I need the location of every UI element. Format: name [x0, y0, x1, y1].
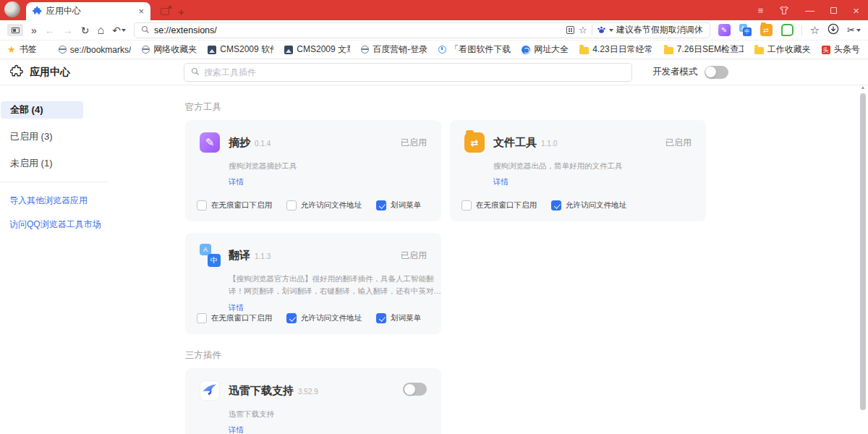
chevron-down-icon — [856, 29, 861, 32]
checkbox[interactable] — [376, 313, 386, 323]
bookmark-item[interactable]: 网址大全 — [522, 43, 569, 56]
option-incognito[interactable]: 在无痕窗口下启用 — [197, 313, 272, 323]
checkbox[interactable] — [376, 200, 386, 210]
search-input[interactable] — [204, 67, 625, 77]
skin-icon[interactable] — [779, 6, 789, 15]
puzzle-outline-icon — [10, 64, 23, 80]
extensions-chevrons-icon[interactable]: » — [31, 25, 37, 35]
bookmark-item[interactable]: CMS2009 软件管 — [208, 43, 273, 56]
bookmark-item[interactable]: se://bookmarks/ — [59, 45, 132, 55]
zhaichao-extension-icon[interactable]: ✎ — [718, 24, 731, 36]
reload-icon[interactable]: ↻ — [81, 25, 90, 35]
extension-description: 【搜狗浏览器官方出品】很好用的翻译插件，具备人工智能翻译！网页翻译，划词翻译，右… — [229, 273, 443, 298]
filter-enabled[interactable]: 已启用 (3) — [1, 128, 83, 145]
forward-icon[interactable]: → — [63, 25, 73, 35]
bookmark-item[interactable]: 百度营销-登录 — [361, 43, 427, 56]
checkbox[interactable] — [197, 313, 207, 323]
back-icon[interactable]: ← — [45, 25, 55, 35]
add-bookmark-star-icon[interactable]: ☆ — [579, 25, 587, 35]
enable-toggle[interactable] — [403, 383, 427, 396]
download-icon[interactable] — [827, 23, 839, 38]
option-word-menu[interactable]: 划词菜单 — [376, 200, 421, 210]
extension-name: 翻译 — [229, 249, 250, 263]
extension-card-translate: 翻译 1.1.3 已启用 【搜狗浏览器官方出品】很好用的翻译插件，具备人工智能翻… — [185, 233, 441, 334]
bookmark-item[interactable]: 「看图软件下载排 — [438, 43, 511, 56]
filter-all[interactable]: 全部 (4) — [1, 101, 83, 119]
file-tools-app-icon: ⇄ — [464, 132, 485, 153]
recently-closed-icon[interactable]: ↶ — [112, 25, 126, 35]
option-word-menu[interactable]: 划词菜单 — [376, 313, 421, 323]
official-tools-grid: ✎ 摘抄 0.1.4 已启用 搜狗浏览器摘抄工具 详情 在无痕窗口下启用 允许访… — [185, 120, 709, 334]
scroll-up-icon[interactable]: ▲ — [859, 83, 867, 92]
developer-mode-label: 开发者模式 — [652, 66, 698, 78]
filter-disabled[interactable]: 未启用 (1) — [1, 155, 83, 172]
sidebar: 全部 (4) 已启用 (3) 未启用 (1) 导入其他浏览器应用 访问QQ浏览器… — [0, 85, 185, 434]
option-incognito[interactable]: 在无痕窗口下启用 — [197, 200, 272, 210]
sidebar-panel-icon[interactable] — [7, 24, 23, 36]
option-file-access[interactable]: 允许访问文件地址 — [286, 200, 362, 210]
paw-icon — [597, 24, 606, 37]
checkbox[interactable] — [286, 313, 297, 323]
plugin-search-box[interactable] — [184, 63, 632, 82]
toutiao-icon: 头 — [822, 46, 830, 54]
extension-version: 0.1.4 — [255, 140, 271, 148]
detail-link[interactable]: 详情 — [229, 303, 244, 313]
detail-link[interactable]: 详情 — [493, 177, 509, 187]
green-extension-icon[interactable] — [781, 24, 793, 36]
checkbox[interactable] — [197, 200, 207, 210]
extension-version: 1.1.0 — [541, 140, 557, 148]
file-tools-extension-icon[interactable]: ⇄ — [760, 24, 773, 36]
bookmark-item[interactable]: 网络收藏夹 — [142, 43, 197, 56]
home-icon[interactable]: ⌂ — [98, 25, 105, 36]
favorites-star-icon[interactable]: ☆ — [810, 24, 820, 37]
option-file-access[interactable]: 允许访问文件地址 — [551, 200, 626, 210]
checkbox[interactable] — [461, 200, 472, 210]
browser-logo[interactable] — [4, 1, 20, 17]
search-icon — [141, 24, 150, 37]
detail-link[interactable]: 详情 — [229, 425, 244, 434]
qr-code-icon[interactable] — [566, 26, 574, 34]
globe-icon — [361, 46, 369, 54]
translate-extension-icon[interactable] — [739, 24, 752, 36]
option-incognito[interactable]: 在无痕窗口下启用 — [461, 200, 537, 210]
scrollbar[interactable]: ▲ — [859, 83, 867, 434]
puzzle-favicon-icon — [33, 5, 42, 18]
extension-card-zhaichao: ✎ 摘抄 0.1.4 已启用 搜狗浏览器摘抄工具 详情 在无痕窗口下启用 允许访… — [185, 120, 441, 221]
hot-search-suggestion[interactable]: 建议春节假期取消调休 — [597, 24, 703, 37]
menu-icon[interactable]: ≡ — [758, 6, 764, 15]
window-controls: ≡ — × — [758, 0, 859, 20]
minimize-icon[interactable]: — — [805, 6, 814, 15]
checkbox[interactable] — [551, 200, 561, 210]
globe-icon — [59, 46, 67, 54]
extension-card-file-tools: ⇄ 文件工具 1.1.0 已启用 搜狗浏览器出品，简单好用的文件工具 详情 在无… — [450, 120, 706, 221]
extension-description: 搜狗浏览器摘抄工具 — [229, 160, 443, 172]
extension-name: 迅雷下载支持 — [229, 384, 294, 398]
screenshot-scissors-icon[interactable]: ✂ — [847, 25, 861, 35]
tab-app-center[interactable]: 应用中心 × — [26, 2, 150, 20]
translate-app-icon — [200, 245, 220, 265]
bookmark-folder[interactable]: 7.26日SEM检查工 — [664, 43, 744, 56]
new-tab-button[interactable]: + — [178, 7, 184, 17]
scrollbar-thumb[interactable] — [860, 93, 866, 410]
maximize-icon[interactable] — [830, 7, 837, 14]
tab-close-icon[interactable]: × — [138, 7, 144, 16]
bookmark-item[interactable]: ★书签 — [7, 43, 37, 56]
qq-market-link[interactable]: 访问QQ浏览器工具市场 — [0, 218, 185, 231]
content-area: 全部 (4) 已启用 (3) 未启用 (1) 导入其他浏览器应用 访问QQ浏览器… — [0, 85, 868, 434]
import-apps-link[interactable]: 导入其他浏览器应用 — [0, 195, 185, 207]
bookmark-item[interactable]: CMS2009 文章管 — [284, 43, 350, 56]
bookmark-folder[interactable]: 工作收藏夹 — [754, 43, 811, 56]
detail-link[interactable]: 详情 — [229, 177, 244, 187]
chevron-down-icon — [609, 29, 613, 32]
bookmark-item[interactable]: 头头条号 — [822, 43, 860, 56]
tab-tools-icon[interactable] — [161, 8, 169, 15]
checkbox[interactable] — [286, 200, 297, 210]
address-bar[interactable]: se://extensions/ ☆ 建议春节假期取消调休 — [134, 22, 710, 38]
developer-mode-toggle[interactable] — [705, 66, 728, 79]
url-text[interactable]: se://extensions/ — [154, 25, 217, 35]
option-file-access[interactable]: 允许访问文件地址 — [286, 313, 362, 323]
bookmark-folder[interactable]: 4.23日日常经常 — [579, 43, 652, 56]
hot-search-text[interactable]: 建议春节假期取消调休 — [616, 24, 703, 36]
cms-site-icon — [208, 46, 216, 54]
close-window-icon[interactable]: × — [853, 5, 859, 16]
